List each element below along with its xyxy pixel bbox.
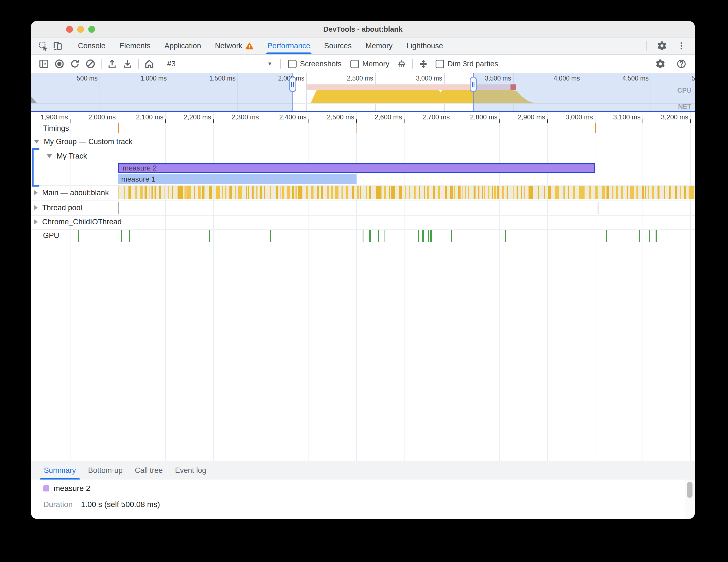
track-header-main[interactable]: Main — about:blank (34, 187, 109, 198)
task-stripe (568, 186, 569, 199)
gpu-event[interactable] (121, 230, 122, 242)
track-header-my-group[interactable]: My Group — Custom track (34, 136, 133, 147)
ruler-label: 2,600 ms (352, 113, 402, 121)
gpu-event[interactable] (430, 230, 432, 242)
timeline-main-view[interactable]: Timings My Group — Custom track My Track… (31, 112, 695, 461)
gpu-event[interactable] (418, 230, 419, 242)
thread-pool-event[interactable] (598, 201, 598, 214)
gpu-event[interactable] (606, 230, 607, 242)
help-button[interactable] (674, 56, 689, 72)
tab-sources[interactable]: Sources (317, 37, 358, 54)
gpu-event[interactable] (649, 230, 650, 242)
gpu-event[interactable] (209, 230, 210, 242)
bottom-tab-bottom-up[interactable]: Bottom-up (82, 461, 129, 480)
task-stripe (306, 186, 308, 199)
minimize-button[interactable] (77, 26, 84, 33)
collapse-sections-button[interactable] (416, 56, 431, 72)
task-stripe (369, 186, 371, 199)
track-label-text: Thread pool (42, 203, 82, 212)
task-stripe (145, 186, 147, 199)
thread-pool-event[interactable] (118, 201, 119, 214)
inspect-element-button[interactable] (36, 37, 50, 54)
task-stripe (159, 186, 160, 199)
live-metrics-button[interactable] (141, 56, 157, 72)
record-button[interactable] (52, 56, 67, 72)
gpu-event[interactable] (78, 230, 79, 242)
task-stripe (399, 186, 401, 199)
tab-performance[interactable]: Performance (261, 37, 317, 54)
tab-label: Lighthouse (406, 42, 443, 50)
task-stripe (492, 186, 493, 199)
bottom-tab-summary[interactable]: Summary (38, 461, 82, 480)
gpu-event[interactable] (270, 230, 271, 242)
measure-bar[interactable]: measure 1 (118, 174, 357, 184)
capture-settings-button[interactable] (653, 56, 668, 72)
gpu-event[interactable] (656, 230, 657, 242)
close-button[interactable] (66, 26, 73, 33)
task-stripe (360, 186, 361, 199)
tab-lighthouse[interactable]: Lighthouse (400, 37, 450, 54)
track-label-gpu[interactable]: GPU (43, 230, 59, 241)
gpu-event[interactable] (428, 230, 429, 242)
measure-bar[interactable]: measure 2 (118, 163, 595, 173)
device-toolbar-button[interactable] (50, 37, 65, 54)
window-left-handle[interactable] (289, 77, 296, 92)
tab-elements[interactable]: Elements (112, 37, 158, 54)
collect-garbage-button[interactable] (394, 56, 409, 72)
settings-button[interactable] (655, 41, 669, 51)
track-header-thread-pool[interactable]: Thread pool (34, 202, 82, 213)
track-header-child-io[interactable]: Chrome_ChildIOThread (34, 216, 122, 227)
dim-3rd-parties-checkbox[interactable]: Dim 3rd parties (436, 60, 498, 68)
track-label-timings[interactable]: Timings (43, 123, 69, 134)
track-header-my-track[interactable]: My Track (47, 150, 87, 162)
timing-mark[interactable] (357, 123, 357, 133)
tab-console[interactable]: Console (71, 37, 112, 54)
ruler-label: 2,700 ms (399, 113, 450, 121)
task-stripe (433, 186, 435, 199)
record-and-reload-button[interactable] (67, 56, 83, 72)
screenshots-checkbox[interactable]: Screenshots (288, 60, 342, 68)
task-stripe (225, 186, 226, 199)
row-separator (31, 200, 695, 201)
gpu-event[interactable] (422, 230, 424, 242)
timeline-overview[interactable]: CPU NET 500 ms1,000 ms1,500 ms2,000 ms2,… (31, 73, 695, 111)
gpu-event[interactable] (451, 230, 452, 242)
gpu-event[interactable] (369, 230, 371, 242)
tab-network[interactable]: Network (208, 37, 261, 54)
clear-icon (85, 58, 96, 69)
tab-label: Elements (119, 42, 151, 50)
gpu-event[interactable] (378, 230, 379, 242)
window-right-handle[interactable] (470, 77, 477, 92)
tab-memory[interactable]: Memory (358, 37, 400, 54)
main-thread-activity[interactable] (118, 186, 695, 199)
timing-mark[interactable] (595, 123, 596, 133)
toggle-sidebar-button[interactable] (36, 56, 52, 72)
clear-button[interactable] (83, 56, 98, 72)
gpu-event[interactable] (363, 230, 363, 242)
load-profile-button[interactable] (104, 56, 120, 72)
gpu-event[interactable] (639, 230, 640, 242)
measure-color-swatch (43, 485, 49, 492)
upload-icon (107, 58, 118, 69)
gpu-event[interactable] (505, 230, 506, 242)
gpu-event[interactable] (385, 230, 385, 242)
dropdown-arrow-icon: ▼ (267, 61, 272, 67)
scrollbar-thumb[interactable] (687, 482, 692, 498)
timing-mark[interactable] (118, 123, 119, 133)
task-stripe (462, 186, 462, 199)
gridline (70, 112, 70, 461)
tab-application[interactable]: Application (158, 37, 208, 54)
more-options-button[interactable] (674, 41, 689, 51)
bottom-tab-event-log[interactable]: Event log (169, 461, 213, 480)
history-select[interactable]: #3 ▼ (163, 59, 277, 68)
zoom-button[interactable] (88, 26, 95, 33)
ruler-label: 2,200 ms (161, 113, 211, 121)
bottom-tab-call-tree[interactable]: Call tree (129, 461, 169, 480)
task-stripe (414, 186, 415, 199)
gpu-event[interactable] (129, 230, 130, 242)
reload-icon (69, 58, 80, 69)
summary-scrollbar (685, 480, 695, 519)
task-stripe (252, 186, 254, 199)
save-profile-button[interactable] (120, 56, 135, 72)
memory-checkbox[interactable]: Memory (350, 60, 390, 68)
